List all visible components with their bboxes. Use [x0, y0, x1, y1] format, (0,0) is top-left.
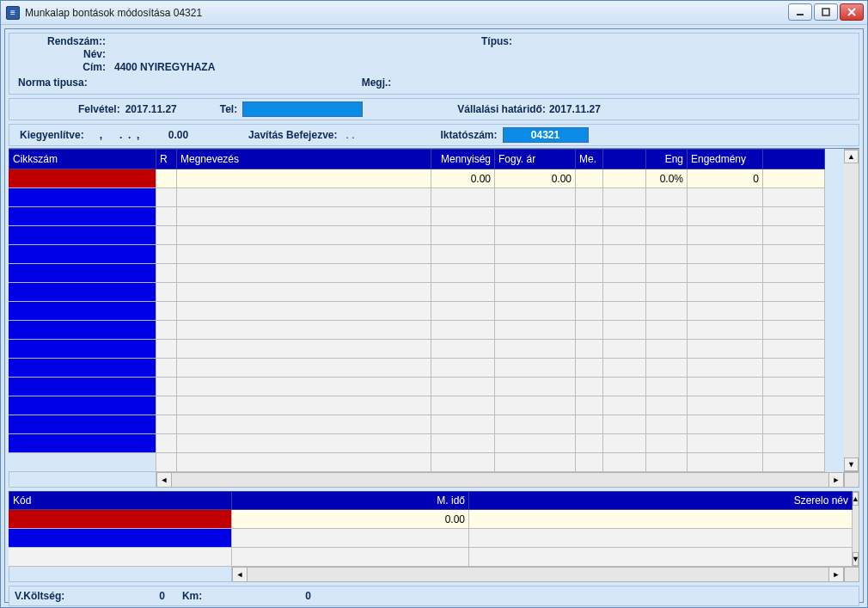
grid-cell[interactable] — [688, 340, 763, 359]
grid-cell[interactable] — [9, 264, 156, 283]
grid-cell[interactable] — [688, 321, 763, 340]
grid-cell[interactable] — [177, 169, 431, 188]
grid-cell[interactable] — [156, 188, 177, 207]
grid-cell[interactable] — [603, 453, 646, 472]
grid-cell[interactable] — [763, 207, 825, 226]
grid-cell[interactable] — [495, 415, 576, 434]
grid-cell[interactable]: 0.00 — [495, 169, 576, 188]
tel-input[interactable] — [242, 101, 363, 117]
grid-cell[interactable] — [603, 283, 646, 302]
grid-cell[interactable] — [646, 207, 688, 226]
grid-cell[interactable] — [431, 359, 495, 378]
hscroll-track[interactable] — [172, 472, 828, 488]
grid-cell[interactable] — [603, 378, 646, 396]
col-blank1[interactable] — [603, 149, 646, 169]
grid-cell[interactable] — [603, 359, 646, 378]
grid-cell[interactable] — [156, 453, 177, 472]
grid-cell[interactable] — [576, 302, 603, 321]
labor-cell[interactable]: 0.00 — [232, 510, 469, 529]
labor-cell[interactable] — [469, 510, 853, 529]
grid-cell[interactable] — [9, 302, 156, 321]
grid-cell[interactable] — [763, 188, 825, 207]
grid-cell[interactable] — [495, 453, 576, 472]
grid-cell[interactable] — [177, 453, 431, 472]
scroll-right-icon[interactable]: ► — [828, 472, 844, 488]
grid-cell[interactable]: 0.0% — [646, 169, 688, 188]
grid-cell[interactable] — [177, 359, 431, 378]
grid-cell[interactable] — [688, 283, 763, 302]
grid-cell[interactable] — [177, 302, 431, 321]
grid-cell[interactable] — [688, 245, 763, 264]
grid-cell[interactable] — [688, 378, 763, 396]
labor-cell[interactable] — [469, 548, 853, 567]
col-engedmeny[interactable]: Engedmény — [688, 149, 763, 169]
grid-cell[interactable] — [603, 207, 646, 226]
grid-cell[interactable] — [763, 378, 825, 396]
grid-cell[interactable] — [576, 226, 603, 245]
grid-cell[interactable] — [9, 453, 156, 472]
grid-cell[interactable] — [177, 207, 431, 226]
col-mennyiseg[interactable]: Mennyiség — [431, 149, 495, 169]
grid-cell[interactable] — [688, 453, 763, 472]
grid-cell[interactable] — [177, 340, 431, 359]
grid-cell[interactable] — [576, 245, 603, 264]
col-fogyar[interactable]: Fogy. ár — [495, 149, 576, 169]
grid-cell[interactable] — [688, 226, 763, 245]
grid-cell[interactable] — [688, 396, 763, 415]
grid-cell[interactable] — [603, 321, 646, 340]
grid-cell[interactable] — [576, 359, 603, 378]
grid-cell[interactable] — [431, 264, 495, 283]
grid-cell[interactable] — [9, 245, 156, 264]
grid-cell[interactable] — [431, 378, 495, 396]
grid-cell[interactable] — [495, 245, 576, 264]
grid-cell[interactable] — [177, 226, 431, 245]
grid-cell[interactable] — [156, 302, 177, 321]
grid-cell[interactable] — [576, 434, 603, 453]
grid-cell[interactable] — [177, 434, 431, 453]
grid-cell[interactable] — [431, 396, 495, 415]
grid-cell[interactable] — [431, 415, 495, 434]
grid-body[interactable]: 0.000.000.0%0 — [9, 169, 844, 472]
grid-cell[interactable] — [576, 169, 603, 188]
col-blank2[interactable] — [763, 149, 825, 169]
grid-cell[interactable] — [156, 245, 177, 264]
grid-cell[interactable] — [495, 378, 576, 396]
grid-cell[interactable] — [688, 264, 763, 283]
grid-cell[interactable] — [431, 321, 495, 340]
grid-cell[interactable] — [495, 226, 576, 245]
col-cikkszam[interactable]: Cikkszám — [9, 149, 156, 169]
grid-cell[interactable] — [156, 415, 177, 434]
close-button[interactable] — [840, 3, 864, 21]
grid-cell[interactable] — [763, 302, 825, 321]
grid-cell[interactable] — [431, 226, 495, 245]
scroll-left-icon[interactable]: ◄ — [156, 472, 172, 488]
grid-cell[interactable] — [646, 245, 688, 264]
col-mido[interactable]: M. idő — [232, 491, 469, 510]
grid-cell[interactable] — [431, 434, 495, 453]
grid-cell[interactable] — [9, 415, 156, 434]
grid-cell[interactable] — [763, 415, 825, 434]
grid-cell[interactable] — [576, 283, 603, 302]
grid-cell[interactable] — [688, 188, 763, 207]
col-me[interactable]: Me. — [576, 149, 603, 169]
scroll-down-icon[interactable]: ▼ — [844, 458, 859, 471]
grid-cell[interactable] — [646, 302, 688, 321]
grid-cell[interactable] — [9, 283, 156, 302]
labor-grid[interactable]: Kód M. idő Szerelo név 0.00 ▲ ▼ — [9, 491, 859, 567]
grid-cell[interactable] — [156, 359, 177, 378]
grid-cell[interactable] — [9, 396, 156, 415]
grid-cell[interactable] — [576, 378, 603, 396]
grid-cell[interactable] — [603, 169, 646, 188]
grid-cell[interactable] — [576, 264, 603, 283]
grid-cell[interactable] — [9, 188, 156, 207]
grid-cell[interactable] — [576, 207, 603, 226]
grid-cell[interactable] — [177, 245, 431, 264]
grid-cell[interactable] — [603, 340, 646, 359]
grid-cell[interactable] — [9, 321, 156, 340]
grid-cell[interactable] — [431, 188, 495, 207]
grid-cell[interactable] — [495, 283, 576, 302]
grid-cell[interactable] — [603, 188, 646, 207]
grid-cell[interactable] — [763, 434, 825, 453]
grid-cell[interactable] — [177, 396, 431, 415]
grid-cell[interactable] — [603, 434, 646, 453]
